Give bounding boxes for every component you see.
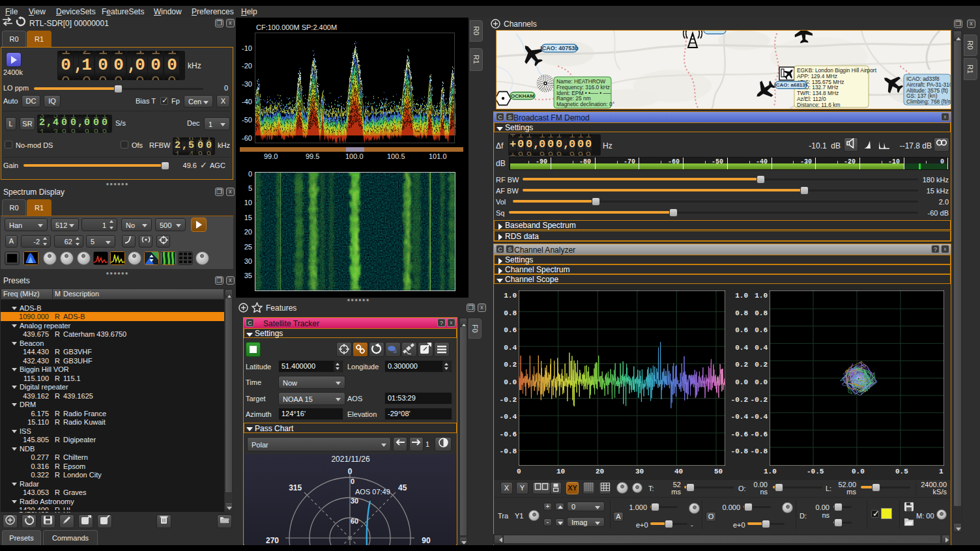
svg-text:ICAO: a6813f: ICAO: a6813f	[775, 82, 807, 88]
svg-text:45: 45	[398, 483, 407, 492]
svg-text:90: 90	[422, 536, 431, 545]
svg-text:S: S	[393, 348, 397, 354]
svg-text:ICAO: 40753b: ICAO: 40753b	[540, 45, 579, 51]
svg-text:2021/11/26: 2021/11/26	[331, 455, 369, 464]
svg-text:Climbing: 768 (ft/mi: Climbing: 768 (ft/mi	[906, 98, 951, 105]
svg-text:OCKHAM: OCKHAM	[511, 93, 534, 99]
svg-text:30: 30	[351, 497, 358, 505]
svg-text:Magnetic declination: 0°: Magnetic declination: 0°	[556, 101, 614, 107]
svg-text:0: 0	[351, 477, 354, 485]
svg-text:270: 270	[266, 536, 279, 545]
svg-text:60: 60	[351, 517, 358, 525]
svg-text:AOS 07:49: AOS 07:49	[355, 488, 390, 496]
svg-text:Distance: 11.6 km: Distance: 11.6 km	[797, 102, 840, 108]
svg-text:315: 315	[289, 483, 302, 492]
